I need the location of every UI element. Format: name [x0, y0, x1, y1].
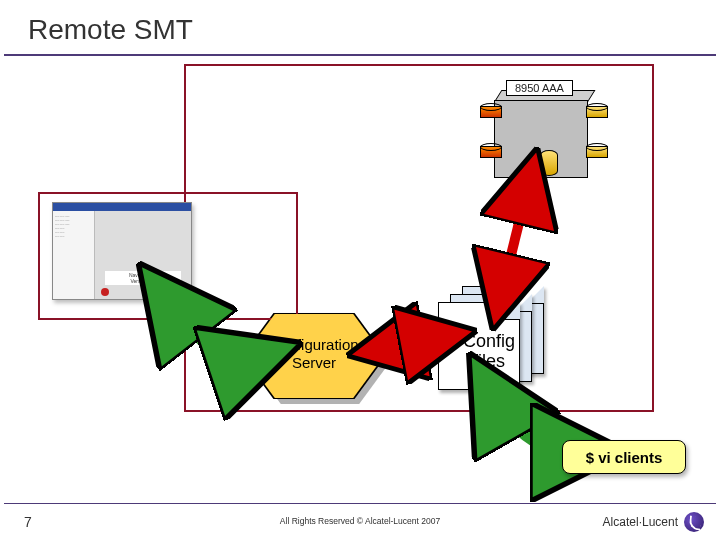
brand: Alcatel·Lucent — [603, 512, 704, 532]
file-icon: Config files — [438, 302, 520, 390]
files-label-line1: Config — [463, 331, 515, 351]
server-8950-aaa: 8950 AAA — [476, 80, 606, 176]
title-rule — [4, 54, 716, 56]
files-label: Config files — [449, 331, 529, 371]
cylinder-icon — [540, 150, 558, 176]
hex-label: Configuration Server — [244, 336, 384, 372]
brand-logo-icon — [684, 512, 704, 532]
client-tree-pane: ── ── ──── ── ──── ── ──── ──── ──── ── — [53, 211, 95, 299]
client-main-pane: NavisRadius Version 4.0 — [95, 211, 191, 299]
client-logo-dot — [101, 288, 109, 296]
disk-icon — [586, 146, 608, 158]
hex-label-line1: Configuration — [269, 336, 358, 353]
footer-rule — [4, 503, 716, 505]
disk-icon — [480, 106, 502, 118]
disk-icon — [586, 106, 608, 118]
slide-title: Remote SMT — [28, 14, 193, 46]
client-banner-sub: Version 4.0 — [130, 278, 155, 284]
configuration-server-node: Configuration Server — [244, 314, 384, 398]
brand-text: Alcatel·Lucent — [603, 515, 678, 529]
client-titlebar — [53, 203, 191, 211]
files-label-line2: files — [473, 351, 505, 371]
disk-icon — [480, 146, 502, 158]
vi-clients-callout: $ vi clients — [562, 440, 686, 474]
client-banner: NavisRadius Version 4.0 — [105, 271, 182, 285]
client-app-thumbnail: ── ── ──── ── ──── ── ──── ──── ──── ── … — [52, 202, 192, 300]
callout-text: $ vi clients — [586, 449, 663, 466]
server-label: 8950 AAA — [506, 80, 573, 96]
config-files-node: Config files — [438, 286, 548, 394]
hex-label-line2: Server — [292, 354, 336, 371]
